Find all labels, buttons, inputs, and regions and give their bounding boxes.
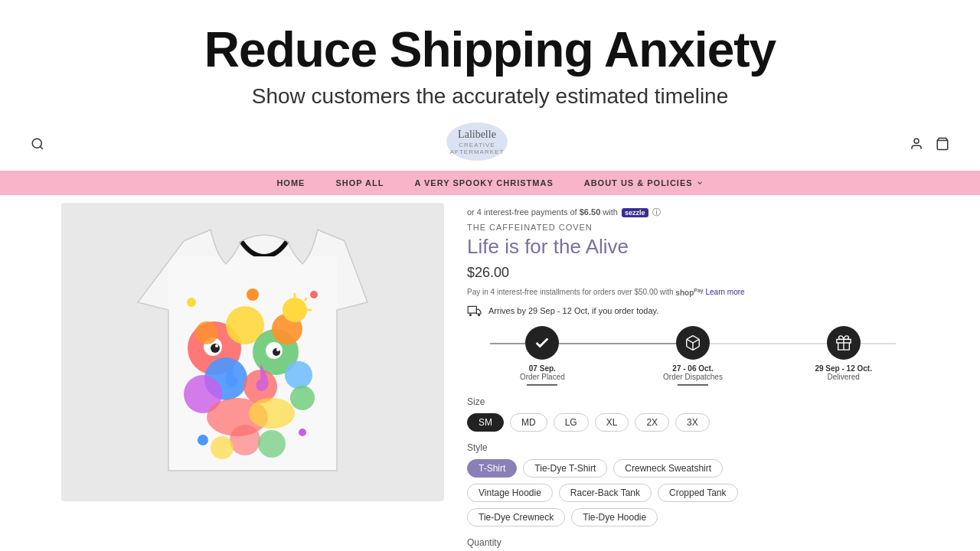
svg-point-28 [198,435,208,445]
search-icon [31,137,44,151]
logo-image: Lalibelle CREATIVE AFTERMARKET [446,122,508,165]
svg-point-36 [478,314,480,316]
step-delivered-label: Delivered [828,373,860,381]
svg-point-27 [310,291,318,298]
logo-text: Lalibelle [446,129,508,142]
svg-point-0 [32,139,41,148]
style-label: Style [467,442,919,453]
style-options-row2: Vintage Hoodie Racer-Back Tank Cropped T… [467,484,919,502]
svg-point-22 [290,386,315,410]
svg-point-24 [211,436,234,459]
header-icons [910,137,949,151]
timeline-step-delivered: 29 Sep - 12 Oct. Delivered [768,326,919,381]
nav-shop-all[interactable]: SHOP ALL [335,178,384,187]
product-title: Life is for the Alive [467,235,919,259]
svg-point-25 [258,430,286,458]
style-options-row1: T-Shirt Tie-Dye T-Shirt Crewneck Sweatsh… [467,459,919,478]
svg-point-18 [276,348,279,351]
style-tiedye-hoodie[interactable]: Tie-Dye Hoodie [571,508,658,527]
product-details: or 4 interest-free payments of $6.50 wit… [467,203,919,551]
chevron-down-icon [696,179,704,187]
size-xl[interactable]: XL [595,413,629,432]
nav-bar: HOME SHOP ALL A VERY SPOOKY CHRISTMAS AB… [0,171,980,195]
quantity-label: Quantity [467,537,919,548]
svg-point-15 [215,344,218,347]
quantity-section: Quantity - 1 + [467,537,919,551]
svg-point-21 [195,321,218,344]
svg-point-20 [249,398,295,429]
shopify-pay-learn-link[interactable]: Learn more [706,289,745,297]
step-dispatches-underline [678,384,708,386]
style-vintage-hoodie[interactable]: Vintage Hoodie [467,484,553,502]
sezzle-logo: sezzle [622,208,648,217]
shipping-timeline: 07 Sep. Order Placed 27 - 06 Oct. Order … [467,326,919,386]
store-header: Lalibelle CREATIVE AFTERMARKET [0,116,980,171]
step-dispatches-icon [676,326,710,360]
box-icon [684,334,701,351]
size-options: SM MD LG XL 2X 3X [467,413,919,432]
svg-point-2 [914,139,919,143]
account-button[interactable] [910,137,923,151]
check-icon [534,334,550,351]
logo-subtext: CREATIVE AFTERMARKET [446,142,508,155]
step-placed-icon [525,326,559,360]
brand-name: THE CAFFEINATED COVEN [467,223,919,232]
timeline-step-placed: 07 Sep. Order Placed [467,326,618,386]
nav-about[interactable]: ABOUT US & POLICIES [584,178,704,187]
svg-point-23 [230,425,260,455]
shopify-pay-info: Pay in 4 interest-free installments for … [467,287,919,296]
cart-icon [936,137,949,151]
product-image [61,203,444,501]
header-left [31,137,44,151]
hero-section: Reduce Shipping Anxiety Show customers t… [0,0,980,116]
size-3x[interactable]: 3X [675,413,710,432]
step-delivered-date: 29 Sep - 12 Oct. [815,364,871,373]
svg-line-1 [40,146,42,148]
svg-point-14 [211,344,220,353]
main-content: or 4 interest-free payments of $6.50 wit… [0,195,980,551]
style-tiedye-crewneck[interactable]: Tie-Dye Crewneck [467,508,565,527]
svg-point-29 [299,429,306,436]
search-button[interactable] [31,137,44,151]
sezzle-info: or 4 interest-free payments of $6.50 wit… [467,207,919,218]
style-tshirt[interactable]: T-Shirt [467,459,517,478]
hero-subtitle: Show customers the accurately estimated … [15,84,965,109]
size-lg[interactable]: LG [554,413,589,432]
step-placed-date: 07 Sep. [529,364,556,373]
size-md[interactable]: MD [510,413,547,432]
truck-icon [467,305,482,317]
cart-button[interactable] [936,137,949,151]
timeline-step-dispatches: 27 - 06 Oct. Order Dispatches [618,326,769,386]
step-dispatches-label: Order Dispatches [663,373,723,381]
step-placed-underline [527,384,557,386]
shipping-text: Arrives by 29 Sep - 12 Oct, if you order… [488,306,658,315]
step-placed-label: Order Placed [520,373,565,381]
style-crewneck[interactable]: Crewneck Sweatshirt [613,459,723,478]
svg-point-30 [247,289,259,301]
hero-title: Reduce Shipping Anxiety [15,23,965,77]
step-delivered-icon [827,326,861,360]
nav-christmas[interactable]: A VERY SPOOKY CHRISTMAS [414,178,553,187]
style-racerback[interactable]: Racer-Back Tank [559,484,652,502]
shipping-banner: Arrives by 29 Sep - 12 Oct, if you order… [467,305,919,317]
gift-icon [835,334,852,351]
tshirt-svg [92,210,413,494]
svg-point-12 [285,361,312,389]
product-price: $26.00 [467,265,919,281]
style-cropped[interactable]: Cropped Tank [658,484,738,502]
shopify-pay-brand: shopPay [675,289,703,297]
size-2x[interactable]: 2X [635,413,669,432]
size-label: Size [467,396,919,407]
size-sm[interactable]: SM [467,413,504,432]
product-image-section [61,203,444,551]
style-options-row3: Tie-Dye Crewneck Tie-Dye Hoodie [467,508,919,527]
style-tiedye-tshirt[interactable]: Tie-Dye T-Shirt [523,459,607,478]
store-logo[interactable]: Lalibelle CREATIVE AFTERMARKET [446,122,508,165]
header-center: Lalibelle CREATIVE AFTERMARKET [44,122,910,165]
svg-point-26 [187,298,196,307]
step-dispatches-date: 27 - 06 Oct. [672,364,713,373]
svg-point-31 [283,298,307,322]
nav-home[interactable]: HOME [276,178,305,187]
account-icon [910,137,923,151]
svg-point-35 [469,314,472,316]
